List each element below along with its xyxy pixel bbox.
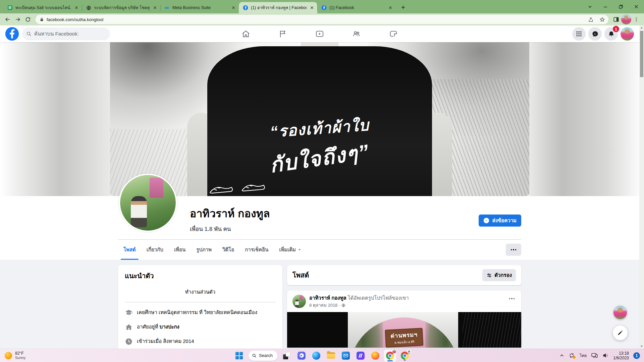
- mail-button[interactable]: [340, 350, 352, 362]
- edge-button[interactable]: [310, 350, 322, 362]
- tab-facebook-home[interactable]: (1) Facebook: [317, 2, 396, 13]
- sync-icon[interactable]: [569, 352, 575, 359]
- maximize-button[interactable]: [613, 0, 629, 13]
- share-icon[interactable]: [586, 15, 595, 24]
- intro-card: แนะนำตัว ทำงานส่วนตัว เคยศึกษา เทคนิอุตส…: [118, 265, 282, 349]
- display-cast-icon[interactable]: [591, 352, 598, 359]
- post-date[interactable]: 8 ตุลาคม 2018 ·: [309, 302, 340, 309]
- side-panel-icon[interactable]: [611, 14, 621, 24]
- scroll-down-icon[interactable]: [639, 344, 644, 349]
- intro-lives-row: อาศัยอยู่ที่ บางปะกง: [125, 323, 276, 331]
- status-dot: [573, 356, 576, 359]
- new-tab-button[interactable]: [398, 3, 408, 12]
- windows-taskbar: 82°F Sunny Search: [0, 349, 644, 362]
- tab-videos[interactable]: วิดีโอ: [217, 240, 239, 260]
- bookmark-star-icon[interactable]: [598, 15, 606, 24]
- scrollbar-thumb[interactable]: [640, 31, 643, 77]
- facebook-logo[interactable]: [5, 27, 19, 41]
- page-scrollbar[interactable]: [639, 25, 644, 349]
- watch-icon[interactable]: [314, 28, 325, 40]
- send-message-button[interactable]: ส่งข้อความ: [479, 215, 521, 227]
- minimize-button[interactable]: [598, 0, 613, 13]
- intro-title: แนะนำตัว: [125, 270, 276, 281]
- profile-more-button[interactable]: [506, 244, 521, 256]
- groups-icon[interactable]: [351, 28, 362, 40]
- globe-privacy-icon: [341, 303, 345, 307]
- avatar: [613, 306, 627, 319]
- tab-posts[interactable]: โพสต์: [118, 240, 141, 260]
- close-icon[interactable]: [309, 5, 315, 10]
- browser-menu-icon[interactable]: [631, 14, 641, 24]
- chevron-down-icon[interactable]: [582, 0, 598, 13]
- post-image[interactable]: ด่านพรมฯ ต.ช่องเม็ก อ.สิริ: [287, 312, 521, 348]
- tab-more[interactable]: เพิ่มเติม: [274, 240, 307, 260]
- close-icon[interactable]: [388, 5, 393, 10]
- task-view-button[interactable]: [281, 350, 293, 362]
- sign-line-1: ด่านพรมฯ: [390, 330, 418, 340]
- messenger-icon[interactable]: [588, 27, 602, 41]
- keyboard-language[interactable]: ไทย: [580, 352, 587, 359]
- facebook-icon: [243, 5, 248, 10]
- compose-edit-button[interactable]: [613, 325, 628, 340]
- search-input[interactable]: ค้นหาบน Facebook:: [22, 27, 110, 40]
- taskbar-search[interactable]: Search: [249, 351, 277, 361]
- system-tray: ไทย 13:18 1/6/2023 1: [559, 351, 644, 360]
- pages-flag-icon[interactable]: [277, 28, 288, 40]
- tab-checkins[interactable]: การเช็คอิน: [239, 240, 274, 260]
- tab-data-system[interactable]: ระบบจัดการข้อมูล บริษัท โชตคูณโชต ส: [82, 2, 160, 13]
- post-author-avatar[interactable]: [292, 295, 306, 308]
- close-icon[interactable]: [152, 5, 158, 10]
- chrome-button-secondary[interactable]: [399, 350, 411, 362]
- taskbar-weather-widget[interactable]: 82°F Sunny: [0, 351, 25, 360]
- apps-grid-icon[interactable]: [572, 27, 586, 41]
- joined-text: เข้าร่วมเมื่อ สิงหาคม 2014: [137, 338, 194, 345]
- file-explorer-button[interactable]: [325, 350, 337, 362]
- tab-facebook-profile[interactable]: (1) อาทิวราห์ กองทูล | Facebook: [239, 2, 317, 13]
- lock-icon: [40, 17, 44, 22]
- profile-content: แนะนำตัว ทำงานส่วนตัว เคยศึกษา เทคนิอุตส…: [110, 260, 529, 349]
- scroll-up-icon[interactable]: [639, 25, 644, 30]
- tray-chevron-up-icon[interactable]: [559, 353, 564, 358]
- reload-button[interactable]: [23, 14, 33, 24]
- speaker-icon[interactable]: [602, 352, 609, 359]
- notifications-bell-icon[interactable]: 1: [604, 27, 618, 41]
- tab-sheets[interactable]: ทะเบียนคุม Sall ระบบออนไลน์.xlsx - G: [3, 2, 82, 13]
- home-icon[interactable]: [240, 28, 252, 40]
- posts-title: โพสต์: [292, 270, 309, 281]
- profile-name: อาทิวราห์ กองทูล: [190, 205, 521, 222]
- close-window-button[interactable]: [629, 0, 644, 13]
- friends-count[interactable]: เพื่อน 1.8 พัน คน: [190, 224, 521, 233]
- tab-friends[interactable]: เพื่อน: [169, 240, 191, 260]
- chrome-button-active[interactable]: [384, 350, 396, 362]
- browser-profile-avatar[interactable]: [621, 14, 631, 24]
- address-bar[interactable]: facebook.com/sutha.kongtool: [36, 15, 608, 24]
- post-menu-icon[interactable]: [508, 295, 516, 303]
- chat-app-button[interactable]: [296, 350, 308, 362]
- close-icon[interactable]: [231, 5, 236, 10]
- firefox-button[interactable]: [369, 350, 381, 362]
- floating-chat-avatar[interactable]: [613, 306, 627, 319]
- close-icon[interactable]: [74, 5, 79, 10]
- url-text: facebook.com/sutha.kongtool: [47, 17, 584, 22]
- post-author-name[interactable]: อาทิวราห์ กองทูล: [309, 295, 346, 301]
- profile-tabs: โพสต์ เกี่ยวกับ เพื่อน รูปภาพ วิดีโอ การ…: [118, 240, 521, 260]
- taskbar-center: Search: [233, 349, 411, 362]
- profile-picture[interactable]: [119, 174, 177, 232]
- back-button[interactable]: [3, 14, 13, 24]
- gaming-icon[interactable]: [388, 28, 399, 40]
- tray-notification-badge[interactable]: 1: [633, 352, 640, 359]
- tab-meta-business[interactable]: Meta Business Suite: [160, 2, 239, 13]
- forward-button[interactable]: [13, 14, 23, 24]
- tab-about[interactable]: เกี่ยวกับ: [141, 240, 169, 260]
- tab-photos[interactable]: รูปภาพ: [191, 240, 217, 260]
- education-icon: [125, 309, 133, 317]
- task-view-icon: [283, 352, 290, 359]
- facebook-header: ค้นหาบน Facebook:: [0, 25, 639, 42]
- clock-datetime[interactable]: 13:18 1/6/2023: [613, 351, 629, 360]
- slashes-app-button[interactable]: [355, 350, 367, 362]
- filter-button[interactable]: ตัวกรอง: [482, 269, 516, 281]
- account-avatar[interactable]: [621, 27, 634, 41]
- cover-photo[interactable]: “รองเท้าผ้าใบ กับใจถึงๆ”: [110, 42, 529, 196]
- globe-icon: [86, 5, 91, 10]
- start-button[interactable]: [233, 350, 245, 362]
